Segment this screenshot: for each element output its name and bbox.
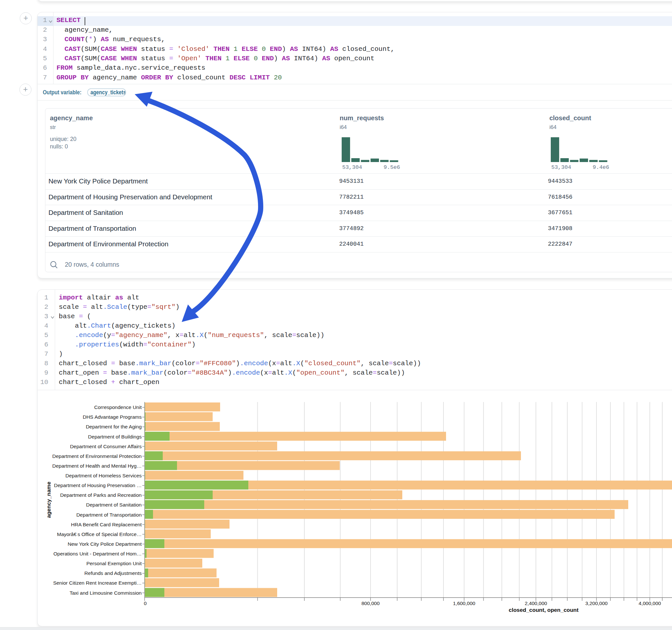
svg-text:Department for the Aging: Department for the Aging (86, 424, 142, 429)
svg-text:Department of Sanitation: Department of Sanitation (86, 502, 142, 508)
svg-text:Refunds and Adjustments: Refunds and Adjustments (84, 571, 142, 576)
svg-text:2,400,000: 2,400,000 (525, 601, 547, 606)
svg-text:Department of Consumer Affairs: Department of Consumer Affairs (70, 443, 142, 449)
svg-text:Department of Transportation: Department of Transportation (76, 512, 142, 517)
svg-text:DHS Advantage Programs: DHS Advantage Programs (83, 414, 142, 420)
svg-text:Operations Unit - Department o: Operations Unit - Department of Hom… (53, 551, 142, 556)
svg-text:Senior Citizen Rent Increase E: Senior Citizen Rent Increase Exempti… (53, 580, 142, 586)
svg-text:Department of Parks and Recrea: Department of Parks and Recreation (60, 492, 142, 498)
svg-text:Mayorâ€ s Office of Special En: Mayorâ€ s Office of Special Enforce… (57, 531, 142, 537)
svg-text:4,000,000: 4,000,000 (639, 601, 661, 606)
svg-text:Department of Environmental Pr: Department of Environmental Protection (52, 453, 142, 459)
svg-text:HRA Benefit Card Replacement: HRA Benefit Card Replacement (71, 522, 142, 527)
svg-text:3,200,000: 3,200,000 (585, 601, 608, 606)
svg-text:Department of Homeless Service: Department of Homeless Services (66, 473, 142, 478)
svg-text:agency_name: agency_name (46, 482, 52, 518)
svg-text:New York City Police Departmen: New York City Police Department (68, 541, 142, 547)
svg-text:1,600,000: 1,600,000 (453, 601, 475, 606)
svg-text:Taxi and Limousine Commission: Taxi and Limousine Commission (70, 590, 142, 595)
svg-text:Department of Health and Menta: Department of Health and Mental Hyg… (52, 463, 142, 468)
svg-text:0: 0 (144, 601, 147, 606)
svg-text:Personal Exemption Unit: Personal Exemption Unit (86, 561, 142, 566)
svg-text:Department of Housing Preserva: Department of Housing Preservation … (54, 483, 142, 488)
svg-text:Correspondence Unit: Correspondence Unit (94, 405, 142, 410)
svg-text:Department of Buildings: Department of Buildings (88, 434, 142, 439)
svg-text:800,000: 800,000 (361, 601, 380, 606)
svg-text:closed_count, open_count: closed_count, open_count (509, 607, 579, 613)
